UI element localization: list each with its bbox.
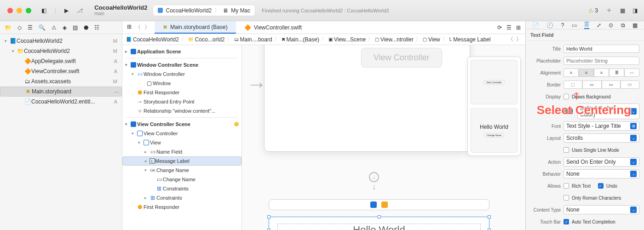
report-nav-icon[interactable]: ☷ (94, 24, 99, 31)
ib-canvas[interactable]: → View Controller View Controller Hello … (242, 45, 525, 230)
project-title[interactable]: CocoaHelloWorld2 main (94, 5, 147, 16)
crumb[interactable]: ✖Main...(Base) (282, 36, 319, 43)
file-tree-item[interactable]: 🗂Assets.xcassetsM (0, 76, 122, 86)
adjust-editor-icon[interactable]: ☰ (506, 24, 512, 31)
file-inspector-icon[interactable]: 📄 (532, 22, 539, 29)
minimap-page-2[interactable]: Hello WorldChange Name (471, 108, 518, 153)
crumb-prev[interactable]: 〈 (508, 35, 513, 43)
text-color-select[interactable]: Default (Label Color)⌄ (577, 104, 639, 119)
outline-change-name-cell[interactable]: ▭Change Name (122, 175, 242, 184)
project-nav-icon[interactable]: 📁 (5, 24, 12, 31)
border-line-button[interactable]: ▭ (582, 80, 601, 89)
crumb[interactable]: ▢View (423, 36, 440, 43)
border-segmented[interactable]: ⬚ ▭ ▭ ⬭ (564, 80, 639, 89)
placeholder-input[interactable] (564, 57, 639, 65)
richtext-checkbox[interactable] (564, 183, 569, 189)
text-color-swatch[interactable] (564, 109, 573, 114)
add-editor-icon[interactable]: ⊞ (516, 24, 521, 31)
vc-scene-canvas[interactable]: Hello World (269, 199, 489, 230)
outline-window-controller[interactable]: ▾▭Window Controller (122, 69, 242, 79)
autotext-checkbox[interactable]: ✓ (564, 219, 569, 224)
action-select[interactable]: Send On Enter Only⌄ (564, 157, 639, 167)
sidebar-toggle-icon[interactable]: ◧ (41, 7, 46, 14)
outline-app-scene[interactable]: ▸Application Scene (122, 47, 242, 56)
outline-first-responder[interactable]: ⬢First Responder (122, 88, 242, 97)
jump-bar[interactable]: 📘CocoaHelloWorld2〉📁Coco...orld2〉🗂Main...… (122, 34, 525, 45)
find-nav-icon[interactable]: 🔍 (39, 24, 46, 31)
outline-change-name-btn[interactable]: ▾OKChange Name (122, 166, 242, 175)
forward-button[interactable]: 〉 (144, 23, 150, 31)
outline-first-responder-2[interactable]: ⬢First Responder (122, 202, 242, 212)
outline-message-label[interactable]: ▸LMessage Label (122, 156, 242, 166)
file-tree-item[interactable]: ▾📁CocoaHelloWorld2M (0, 46, 122, 56)
scene-title-bar[interactable] (269, 199, 489, 210)
size-inspector-icon[interactable]: ⤢ (597, 22, 601, 29)
add-tab-button[interactable]: ＋ (605, 6, 613, 15)
crumb[interactable]: ▣View...Scene (328, 36, 366, 43)
align-justify-button[interactable]: ≣ (609, 69, 624, 77)
file-tree-item[interactable]: ✖Main.storyboard— (0, 86, 122, 97)
crumb[interactable]: LMessage Label (449, 36, 491, 43)
align-natural-button[interactable]: --- (624, 69, 639, 77)
single-line-checkbox[interactable] (564, 147, 569, 153)
back-button[interactable]: 〈 (135, 23, 141, 31)
outline-window-scene[interactable]: ▾Window Controller Scene (122, 60, 242, 69)
scheme-selector[interactable]: CocoaHelloWorld2 〉 🖥 My Mac (153, 5, 255, 16)
align-center-button[interactable]: ≡ (579, 69, 594, 77)
title-input[interactable] (564, 45, 639, 53)
identity-inspector-icon[interactable]: ▭ (572, 22, 577, 29)
file-tree-item[interactable]: 📄CocoaHelloWorld2.entitl...A (0, 97, 122, 107)
undo-checkbox[interactable]: ✓ (598, 183, 604, 189)
source-control-nav-icon[interactable]: ◇ (17, 24, 22, 31)
debug-nav-icon[interactable]: ▤ (73, 24, 78, 31)
outline-window[interactable]: ▢Window (122, 79, 242, 88)
issue-nav-icon[interactable]: ⚠ (52, 24, 57, 31)
crumb-next[interactable]: 〉 (516, 35, 522, 43)
close-window[interactable] (7, 8, 13, 13)
tab-storyboard[interactable]: ✖ Main.storyboard (Base) (155, 21, 236, 34)
font-select[interactable]: Text Style - Large Title⊞ (564, 121, 639, 131)
effects-inspector-icon[interactable]: ▦ (632, 22, 638, 29)
minimap-page-1[interactable]: View Controller (471, 60, 518, 104)
content-type-select[interactable]: None⌄ (564, 205, 639, 214)
selected-text-field[interactable]: Hello World (269, 217, 489, 230)
bindings-inspector-icon[interactable]: ⧉ (621, 22, 625, 29)
outline-vc-scene[interactable]: ▾View Controller Scene (122, 120, 242, 129)
crumb[interactable]: 📁Coco...orld2 (188, 36, 225, 43)
align-right-button[interactable]: ≡ (594, 69, 609, 77)
border-rounded-button[interactable]: ⬭ (621, 80, 639, 89)
run-button[interactable]: ▶ (64, 7, 69, 14)
help-inspector-icon[interactable]: ? (561, 22, 564, 29)
outline-view-controller[interactable]: ▾View Controller (122, 129, 242, 138)
attributes-inspector-icon[interactable]: ☰ (584, 21, 589, 29)
draws-bg-checkbox[interactable] (564, 94, 569, 99)
outline-name-field[interactable]: ▸▭Name Field (122, 147, 242, 156)
symbol-nav-icon[interactable]: ☰ (28, 24, 33, 31)
inspector-toggle-icon[interactable]: ◨ (632, 7, 638, 14)
behavior-select[interactable]: None⌄ (564, 169, 639, 178)
test-nav-icon[interactable]: ◈ (63, 24, 67, 31)
library-button[interactable]: ▦ (620, 7, 625, 14)
roman-checkbox[interactable] (564, 195, 569, 201)
crumb[interactable]: ▢View...ntroller (375, 36, 414, 43)
file-tree-item[interactable]: ▾📘CocoaHelloWorld2M (0, 36, 122, 46)
segue-arrow[interactable]: ⇣ ↓ (369, 172, 379, 192)
breakpoint-nav-icon[interactable]: ⬣ (84, 24, 88, 31)
crumb[interactable]: 📘CocoaHelloWorld2 (126, 36, 179, 43)
outline-view[interactable]: ▾View (122, 138, 242, 147)
outline-constraints-inner[interactable]: ⊞Constraints (122, 184, 242, 193)
outline-entry-point[interactable]: →Storyboard Entry Point (122, 97, 242, 106)
minimize-window[interactable] (17, 8, 22, 13)
outline-constraints[interactable]: ▸⊞Constraints (122, 193, 242, 202)
minimap[interactable]: View Controller Hello WorldChange Name (467, 57, 521, 156)
align-left-button[interactable]: ≡ (564, 69, 579, 77)
warnings-indicator[interactable]: ⚠ 3 (588, 7, 598, 14)
connections-inspector-icon[interactable]: ⊙ (609, 22, 613, 29)
layout-select[interactable]: Scrolls⌄ (564, 133, 639, 143)
vc-window[interactable]: View Controller (264, 45, 470, 152)
crumb[interactable]: 🗂Main....board (234, 36, 272, 43)
file-tree-item[interactable]: 🔶AppDelegate.swiftA (0, 56, 122, 66)
zoom-window[interactable] (26, 8, 31, 13)
related-items-icon[interactable]: ⊞ (127, 23, 132, 31)
border-none-button[interactable]: ⬚ (564, 80, 582, 89)
